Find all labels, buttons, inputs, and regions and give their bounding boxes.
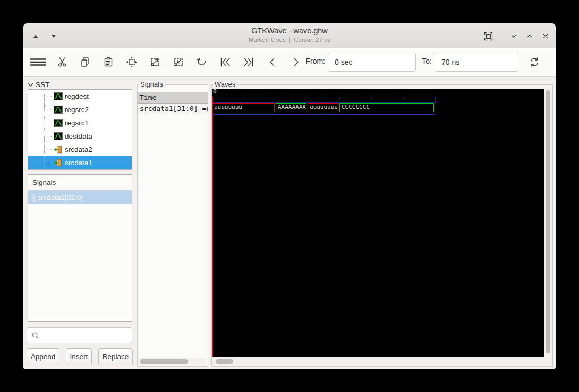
waves-vscrollbar-track[interactable] bbox=[544, 89, 551, 357]
marker-line bbox=[212, 96, 213, 357]
chevron-down-icon bbox=[509, 32, 518, 40]
skip-to-start-icon bbox=[219, 56, 232, 69]
waves-vscrollbar-thumb[interactable] bbox=[546, 90, 550, 353]
time-header[interactable]: Time bbox=[138, 92, 208, 104]
window-status: Marker: 0 sec | Cursor: 27 ns bbox=[23, 37, 556, 43]
from-time-input[interactable]: 0 sec bbox=[328, 53, 416, 72]
skip-to-end-icon bbox=[242, 56, 255, 69]
close-icon bbox=[541, 32, 550, 40]
wave-canvas[interactable]: 0 uuuuuuuuAAAAAAAAuuuuuuuuCCCCCCCC bbox=[212, 89, 544, 357]
zoom-out-icon bbox=[172, 56, 185, 69]
hamburger-menu-icon bbox=[30, 56, 47, 69]
signals-column-frame: Signals Time srcdata1[31:0] =uu bbox=[137, 84, 208, 367]
tree-guide-line bbox=[44, 130, 52, 143]
fullscreen-button[interactable] bbox=[482, 31, 494, 41]
waves-hscrollbar-thumb[interactable] bbox=[216, 359, 233, 364]
waves-hscrollbar-track[interactable] bbox=[212, 358, 552, 365]
tree-item-srcdata1[interactable]: srcdata1 bbox=[28, 156, 132, 169]
undo-icon bbox=[195, 56, 208, 69]
signal-icon bbox=[54, 92, 63, 101]
signals-hscrollbar-thumb[interactable] bbox=[140, 359, 188, 364]
signal-wave-icon bbox=[54, 92, 63, 101]
port-icon bbox=[54, 158, 63, 167]
waves-frame: Waves 0 uuuuuuuuAAAAAAAAuuuuuuuuCCCCCCCC bbox=[211, 84, 553, 367]
signal-icon bbox=[54, 105, 63, 114]
wave-segment-undefined: uuuuuuuu bbox=[212, 103, 275, 112]
signals-hscrollbar-track[interactable] bbox=[138, 358, 207, 365]
tree-item-regsrc2[interactable]: regsrc2 bbox=[28, 103, 132, 116]
search-icon bbox=[31, 331, 39, 339]
from-label: From: bbox=[305, 57, 325, 65]
tree-item-destdata[interactable]: destdata bbox=[28, 130, 132, 143]
selected-trace-underline bbox=[212, 114, 435, 115]
ruler-tick bbox=[276, 97, 276, 99]
tree-item-srcdata2[interactable]: srcdata2 bbox=[28, 143, 132, 156]
fullscreen-icon bbox=[484, 32, 493, 41]
close-button[interactable] bbox=[540, 31, 551, 41]
window-title: GTKWave - wave.ghw bbox=[23, 27, 556, 35]
input-port-icon bbox=[54, 145, 63, 154]
tree-item-regdest[interactable]: regdest bbox=[28, 90, 132, 103]
paste-button[interactable] bbox=[98, 52, 119, 73]
chevron-left-icon bbox=[266, 56, 279, 69]
signal-wave-icon bbox=[54, 132, 63, 141]
tree-item-label: srcdata1 bbox=[65, 159, 92, 167]
previous-edge-button[interactable] bbox=[262, 52, 283, 73]
reload-icon bbox=[528, 56, 541, 69]
ruler-tick bbox=[244, 97, 244, 99]
tree-guide-line bbox=[44, 90, 52, 103]
chevron-up-icon bbox=[525, 32, 534, 40]
cut-button[interactable] bbox=[52, 52, 73, 73]
signals-frame-label: Signals bbox=[139, 80, 165, 88]
append-button[interactable]: Append bbox=[27, 348, 59, 365]
to-time-input[interactable]: 70 ns bbox=[435, 53, 518, 72]
tree-item-label: regsrc2 bbox=[65, 106, 89, 114]
zoom-in-button[interactable] bbox=[144, 52, 166, 73]
wave-segment-defined: CCCCCCCC bbox=[339, 103, 434, 112]
screenshot-root: { "window": { "title": "GTKWave - wave.g… bbox=[0, 0, 579, 392]
maximize-button[interactable] bbox=[524, 31, 535, 41]
tree-item-label: regsrc1 bbox=[65, 119, 89, 127]
to-label: To: bbox=[419, 57, 432, 65]
zoom-fit-icon bbox=[125, 56, 138, 69]
minimize-button[interactable] bbox=[508, 31, 520, 41]
sidebar-signals-panel: Signals [] srcdata1[31:0] bbox=[28, 174, 132, 322]
go-to-end-button[interactable] bbox=[238, 52, 259, 73]
sst-expander[interactable]: SST bbox=[28, 80, 49, 89]
clipboard-paste-icon bbox=[102, 56, 115, 69]
next-edge-button[interactable] bbox=[285, 52, 306, 73]
signal-icon bbox=[54, 118, 63, 127]
chevron-right-icon bbox=[289, 56, 302, 69]
copy-button[interactable] bbox=[74, 52, 96, 73]
tree-guide-line bbox=[44, 103, 52, 116]
gtkwave-window: GTKWave - wave.ghw Marker: 0 sec | Curso… bbox=[23, 23, 556, 369]
sidebar-signal-item[interactable]: [] srcdata1[31:0] bbox=[28, 191, 132, 204]
insert-button[interactable]: Insert bbox=[66, 348, 92, 365]
expander-chevron-icon bbox=[28, 82, 33, 87]
scissors-icon bbox=[56, 56, 69, 69]
wave-segment-undefined: uuuuuuuu bbox=[308, 103, 338, 112]
tree-item-label: srcdata2 bbox=[65, 146, 92, 154]
tree-item-regsrc1[interactable]: regsrc1 bbox=[28, 116, 132, 130]
waves-frame-label: Waves bbox=[213, 80, 237, 88]
ruler-origin-label: 0 bbox=[213, 89, 217, 95]
ruler-tick bbox=[308, 97, 308, 99]
sst-tree: regdestregsrc2regsrc1destdatasrcdata2src… bbox=[28, 89, 132, 170]
zoom-fit-button[interactable] bbox=[121, 52, 142, 73]
signal-wave-icon bbox=[54, 105, 63, 114]
menu-button[interactable] bbox=[28, 52, 49, 73]
ruler-tick bbox=[371, 97, 372, 99]
tree-guide-line bbox=[44, 156, 52, 169]
zoom-in-icon bbox=[149, 56, 161, 69]
signal-search-input[interactable] bbox=[27, 327, 132, 343]
input-port-icon bbox=[54, 158, 63, 167]
undo-button[interactable] bbox=[191, 52, 212, 73]
replace-button[interactable]: Replace bbox=[98, 348, 133, 365]
go-to-start-button[interactable] bbox=[215, 52, 236, 73]
signal-wave-icon bbox=[54, 118, 63, 127]
reload-button[interactable] bbox=[524, 52, 545, 73]
tree-guide-line bbox=[44, 143, 52, 156]
zoom-out-button[interactable] bbox=[168, 52, 189, 73]
signal-name-row[interactable]: srcdata1[31:0] =uu bbox=[138, 104, 208, 114]
toolbar: From: 0 sec To: 70 ns bbox=[23, 48, 556, 77]
